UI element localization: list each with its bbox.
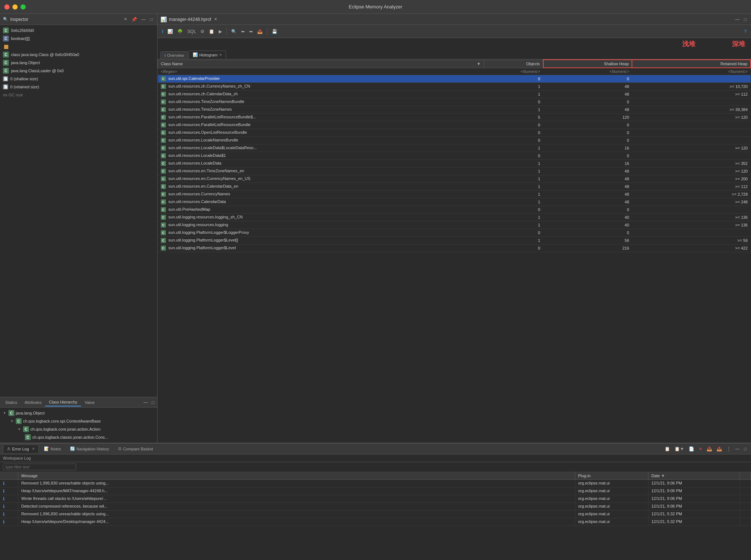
inspector-close-button[interactable]: ✕	[123, 17, 128, 22]
log-row[interactable]: ℹ Removed 1,996,830 unreachable objects …	[0, 511, 751, 518]
list-item[interactable]: C java.lang.ClassLoader @ 0x0	[0, 67, 157, 75]
info-button[interactable]: i	[160, 28, 164, 35]
filter-input[interactable]	[3, 464, 76, 470]
export-log-button[interactable]: 📄	[687, 446, 696, 452]
table-row[interactable]: C sun.util.resources.OpenListResourceBun…	[158, 129, 751, 137]
more-button[interactable]: ⋮	[725, 446, 732, 452]
table-row[interactable]: C sun.util.logging.PlatformLogger$Level …	[158, 244, 751, 252]
tab-attributes[interactable]: Attributes	[21, 399, 45, 406]
export-button[interactable]: 📤	[256, 28, 264, 35]
hierarchy-item[interactable]: ▼ C ch.qos.logback.core.spi.ContextAware…	[0, 417, 157, 425]
tab-histogram[interactable]: 📊 Histogram ✕	[189, 51, 226, 59]
error-log-close[interactable]: ✕	[32, 447, 35, 451]
maximize-bottom-button[interactable]: □	[743, 446, 748, 452]
class-name-cell: C sun.util.resources.en.CurrencyNames_en…	[158, 175, 484, 183]
oql-button[interactable]: ⚙	[199, 28, 206, 35]
list-item[interactable]: C class java.lang.Class @ 0x6c00450a0	[0, 51, 157, 59]
run-button[interactable]: ▶	[217, 28, 223, 35]
minimize-button[interactable]	[12, 4, 18, 10]
table-row[interactable]: C sun.util.spi.CalendarProvider 0 0	[158, 75, 751, 83]
log-row[interactable]: ℹ Heap /Users/whitepure/MAT/manager-4424…	[0, 487, 751, 495]
table-row[interactable]: C sun.util.resources.en.TimeZoneNames_en…	[158, 167, 751, 175]
table-row[interactable]: C sun.util.resources.CurrencyNames 1 48 …	[158, 191, 751, 198]
log-row[interactable]: ℹ Detected compressed references, becaus…	[0, 503, 751, 511]
export-all-button[interactable]: 📤	[715, 446, 724, 452]
tab-navigation-history[interactable]: 🔄 Navigation History	[66, 445, 113, 453]
table-row[interactable]: C sun.util.resources.ParallelListResourc…	[158, 114, 751, 121]
plugin-column-header[interactable]: Plug-in	[575, 472, 648, 479]
hierarchy-item[interactable]: ▼ C ch.qos.logback.core.joran.action.Act…	[0, 425, 157, 433]
dropdown-icon[interactable]: ▼	[477, 62, 481, 66]
table-row[interactable]: C sun.util.resources.zh.CurrencyNames_zh…	[158, 83, 751, 91]
window-controls[interactable]	[4, 4, 26, 10]
file-tab-close[interactable]: ✕	[213, 17, 218, 22]
table-row[interactable]: C sun.util.resources.LocaleData 1 16 >= …	[158, 160, 751, 167]
collapse-all-button[interactable]: —	[142, 399, 149, 406]
details-button[interactable]: 📋	[207, 28, 216, 35]
objects-cell: 1	[484, 183, 543, 191]
log-row[interactable]: ℹ Removed 1,996,830 unreachable objects …	[0, 480, 751, 487]
tab-compare-basket[interactable]: ⚖ Compare Basket	[114, 445, 157, 453]
objects-header[interactable]: Objects	[484, 60, 543, 68]
pin-button[interactable]: 📌	[130, 16, 138, 23]
hierarchy-item[interactable]: C ch.qos.logback.classic.joran.action.Co…	[0, 433, 157, 441]
table-row[interactable]: C sun.util.logging.PlatformLogger$Level[…	[158, 237, 751, 244]
list-item[interactable]: 📄 0 (shallow size)	[0, 75, 157, 83]
table-row[interactable]: C sun.util.resources.TimeZoneNames 1 48 …	[158, 106, 751, 114]
table-row[interactable]: C sun.util.resources.LocaleData$LocaleDa…	[158, 144, 751, 152]
table-row[interactable]: C sun.util.resources.LocaleData$1 0 0	[158, 152, 751, 160]
list-item[interactable]: C boolean[][]	[0, 34, 157, 43]
table-row[interactable]: C sun.util.resources.en.CalendarData_en …	[158, 183, 751, 191]
table-row[interactable]: C sun.util.resources.zh.CalendarData_zh …	[158, 91, 751, 98]
search-button[interactable]: 🔍	[230, 28, 238, 35]
table-row[interactable]: C sun.util.resources.TimeZoneNamesBundle…	[158, 98, 751, 106]
histogram-button[interactable]: 📊	[166, 28, 174, 35]
table-row[interactable]: C sun.util.resources.ParallelListResourc…	[158, 121, 751, 129]
regex-class-cell[interactable]: <Regex>	[158, 68, 484, 75]
close-button[interactable]	[4, 4, 10, 10]
histogram-close-button[interactable]: ✕	[219, 53, 222, 57]
retained-heap-header[interactable]: Retained Heap	[632, 60, 751, 68]
list-item[interactable]: 📄 0 (retained size)	[0, 83, 157, 91]
nav-back-button[interactable]: ⬅	[240, 28, 246, 35]
tab-overview[interactable]: i Overview	[160, 51, 188, 59]
maximize-panel-button[interactable]: □	[149, 16, 154, 23]
copy-button[interactable]: 📋	[663, 446, 672, 452]
table-row[interactable]: C sun.util.logging.PlatformLogger$Logger…	[158, 229, 751, 237]
copy-details-button[interactable]: 📋▼	[673, 446, 686, 452]
shallow-heap-header[interactable]: Shallow Heap	[543, 60, 632, 68]
tab-error-log[interactable]: ⚠ Error Log ✕	[3, 445, 39, 453]
nav-fwd-button[interactable]: ➡	[248, 28, 254, 35]
tab-value[interactable]: Value	[81, 399, 98, 406]
table-row[interactable]: C sun.util.PreHashedMap 0 0	[158, 206, 751, 214]
class-name-header[interactable]: Class Name ▼	[158, 60, 484, 68]
date-column-header[interactable]: Date ▼	[648, 472, 740, 479]
list-item[interactable]: C java.lang.Object	[0, 59, 157, 67]
maximize-button[interactable]	[21, 4, 26, 10]
maximize-right-button[interactable]: □	[743, 16, 748, 23]
tab-statics[interactable]: Statics	[1, 399, 21, 406]
tab-class-hierarchy[interactable]: Class Hierarchy	[45, 398, 81, 406]
sql-button[interactable]: SQL	[186, 28, 197, 35]
message-column-header[interactable]: Message	[18, 472, 575, 479]
list-item[interactable]: C 0x6c25b5fd0	[0, 26, 157, 34]
table-row[interactable]: C sun.util.resources.LocaleNamesBundle 0…	[158, 137, 751, 144]
log-row[interactable]: ℹ Heap /Users/whitepure/Desktop/manager-…	[0, 518, 751, 526]
minimize-panel-button[interactable]: —	[140, 16, 147, 23]
dominator-button[interactable]: 🌳	[176, 28, 184, 35]
log-row[interactable]: ℹ Wrote threads call stacks to /Users/wh…	[0, 495, 751, 503]
heap-dump-button[interactable]: 💾	[270, 28, 279, 35]
table-row[interactable]: C sun.util.resources.CalendarData 1 48 >…	[158, 198, 751, 206]
import-button[interactable]: 📥	[705, 446, 714, 452]
table-row[interactable]: C sun.util.resources.en.CurrencyNames_en…	[158, 175, 751, 183]
tab-notes[interactable]: 📝 Notes	[40, 445, 65, 453]
hierarchy-item[interactable]: ▼ C java.lang.Object	[0, 409, 157, 417]
expand-all-button[interactable]: □	[150, 399, 156, 406]
list-item[interactable]: no GC root	[0, 91, 157, 99]
minimize-bottom-button[interactable]: —	[734, 446, 741, 452]
help-button[interactable]: ?	[743, 28, 748, 35]
table-row[interactable]: C sun.util.logging.resources.logging_zh_…	[158, 214, 751, 221]
minimize-right-button[interactable]: —	[734, 16, 741, 23]
table-row[interactable]: C sun.util.logging.resources.logging 1 4…	[158, 221, 751, 229]
delete-log-button[interactable]: ✕	[697, 446, 704, 452]
